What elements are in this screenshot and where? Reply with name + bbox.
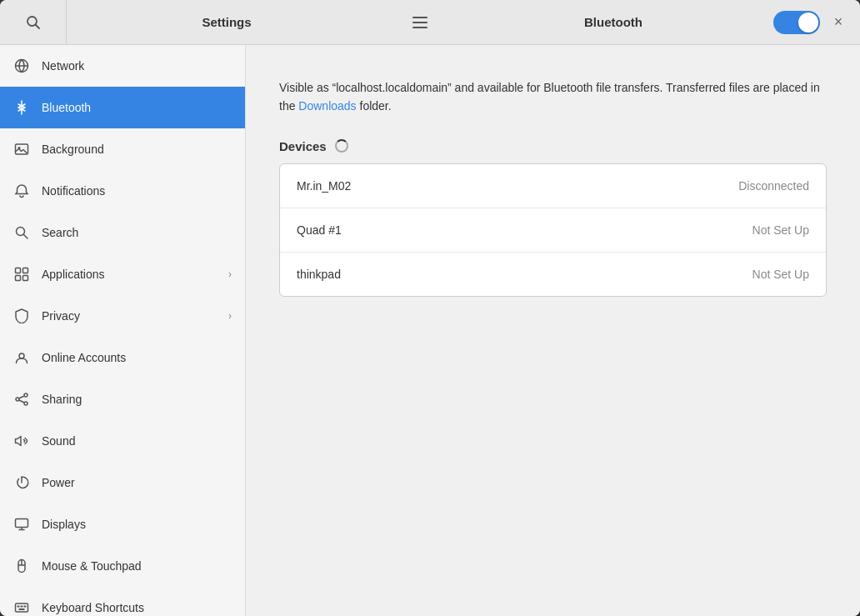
sidebar-label-displays: Displays <box>42 518 232 531</box>
sidebar-label-privacy: Privacy <box>42 309 217 323</box>
titlebar-actions: × <box>773 11 860 34</box>
mouse-touchpad-icon <box>13 558 30 574</box>
svg-line-21 <box>19 400 24 403</box>
displays-icon <box>13 516 30 533</box>
device-name: Mr.in_M02 <box>297 179 351 193</box>
sidebar-label-keyboard-shortcuts: Keyboard Shortcuts <box>42 601 232 614</box>
search-button[interactable] <box>18 8 48 38</box>
svg-rect-12 <box>16 268 21 273</box>
sidebar-item-applications[interactable]: Applications› <box>0 253 245 295</box>
svg-point-19 <box>24 402 28 405</box>
online-accounts-icon <box>13 349 30 366</box>
bluetooth-settings-panel: Visible as “localhost.localdomain” and a… <box>246 45 860 616</box>
device-status: Not Set Up <box>752 268 809 281</box>
chevron-right-icon: › <box>228 310 232 322</box>
app-title: Settings <box>67 15 387 29</box>
svg-point-16 <box>19 353 24 358</box>
svg-rect-29 <box>18 606 20 608</box>
menu-button[interactable] <box>405 8 435 38</box>
chevron-right-icon: › <box>228 268 232 280</box>
svg-rect-31 <box>24 606 27 608</box>
sidebar-item-search[interactable]: Search <box>0 212 245 253</box>
devices-header: Devices <box>279 139 827 153</box>
background-icon <box>13 141 30 158</box>
main-content-area: NetworkBluetoothBackgroundNotificationsS… <box>0 45 860 616</box>
sidebar-item-mouse-touchpad[interactable]: Mouse & Touchpad <box>0 545 245 587</box>
sidebar-item-bluetooth[interactable]: Bluetooth <box>0 87 245 128</box>
svg-rect-15 <box>23 276 28 281</box>
sidebar-item-network[interactable]: Network <box>0 45 245 87</box>
settings-window: Settings Bluetooth × NetworkBluetoothBac… <box>0 0 860 616</box>
sidebar-item-displays[interactable]: Displays <box>0 503 245 545</box>
sidebar-item-background[interactable]: Background <box>0 128 245 170</box>
device-status: Not Set Up <box>752 223 809 237</box>
bluetooth-icon <box>13 99 30 116</box>
device-name: thinkpad <box>297 268 341 281</box>
search-icon <box>13 224 30 241</box>
titlebar-menu-area <box>387 8 453 38</box>
svg-rect-2 <box>412 17 428 18</box>
sidebar-item-notifications[interactable]: Notifications <box>0 170 245 212</box>
sidebar-item-online-accounts[interactable]: Online Accounts <box>0 337 245 378</box>
sidebar-label-sound: Sound <box>42 434 232 448</box>
svg-line-11 <box>24 235 28 239</box>
sidebar-label-notifications: Notifications <box>42 184 232 198</box>
sidebar-label-online-accounts: Online Accounts <box>42 351 232 364</box>
sidebar-label-power: Power <box>42 476 232 489</box>
sidebar-label-sharing: Sharing <box>42 393 232 406</box>
sidebar-label-mouse-touchpad: Mouse & Touchpad <box>42 559 232 573</box>
sharing-icon <box>13 391 30 408</box>
svg-rect-30 <box>21 606 23 608</box>
loading-spinner <box>335 139 348 153</box>
svg-rect-22 <box>16 519 28 528</box>
hamburger-icon <box>412 17 428 28</box>
svg-rect-4 <box>412 27 428 28</box>
devices-title: Devices <box>279 139 327 153</box>
sidebar-item-sharing[interactable]: Sharing <box>0 378 245 420</box>
sidebar-item-privacy[interactable]: Privacy› <box>0 295 245 337</box>
table-row[interactable]: thinkpadNot Set Up <box>280 253 826 296</box>
applications-icon <box>13 266 30 283</box>
svg-line-1 <box>35 24 39 28</box>
sidebar: NetworkBluetoothBackgroundNotificationsS… <box>0 45 246 616</box>
devices-list: Mr.in_M02DisconnectedQuad #1Not Set Upth… <box>279 163 827 297</box>
titlebar: Settings Bluetooth × <box>0 0 860 45</box>
power-icon <box>13 474 30 491</box>
table-row[interactable]: Mr.in_M02Disconnected <box>280 164 826 208</box>
svg-rect-28 <box>16 603 28 612</box>
sidebar-item-power[interactable]: Power <box>0 462 245 503</box>
sound-icon <box>13 433 30 449</box>
toggle-knob <box>798 13 818 33</box>
bluetooth-toggle[interactable] <box>773 11 820 34</box>
svg-rect-14 <box>16 276 21 281</box>
sidebar-label-search: Search <box>42 226 232 239</box>
sidebar-label-network: Network <box>42 59 232 73</box>
keyboard-shortcuts-icon <box>13 599 30 616</box>
device-name: Quad #1 <box>297 223 342 237</box>
bluetooth-info-text: Visible as “localhost.localdomain” and a… <box>279 78 827 116</box>
sidebar-label-bluetooth: Bluetooth <box>42 101 232 114</box>
device-status: Disconnected <box>738 179 809 193</box>
network-icon <box>13 58 30 74</box>
downloads-link[interactable]: Downloads <box>298 99 356 113</box>
svg-rect-3 <box>412 22 428 23</box>
sidebar-label-applications: Applications <box>42 268 217 281</box>
sidebar-label-background: Background <box>42 143 232 156</box>
search-icon <box>26 15 41 30</box>
table-row[interactable]: Quad #1Not Set Up <box>280 208 826 253</box>
close-button[interactable]: × <box>827 11 850 34</box>
notifications-icon <box>13 183 30 199</box>
svg-point-17 <box>24 393 28 397</box>
svg-line-20 <box>19 396 24 398</box>
svg-rect-32 <box>19 608 25 610</box>
sidebar-item-keyboard-shortcuts[interactable]: Keyboard Shortcuts <box>0 587 245 616</box>
page-title: Bluetooth <box>453 15 773 29</box>
svg-rect-13 <box>23 268 28 273</box>
titlebar-search-area <box>0 0 67 45</box>
svg-point-18 <box>16 398 19 401</box>
privacy-icon <box>13 308 30 324</box>
sidebar-item-sound[interactable]: Sound <box>0 420 245 462</box>
